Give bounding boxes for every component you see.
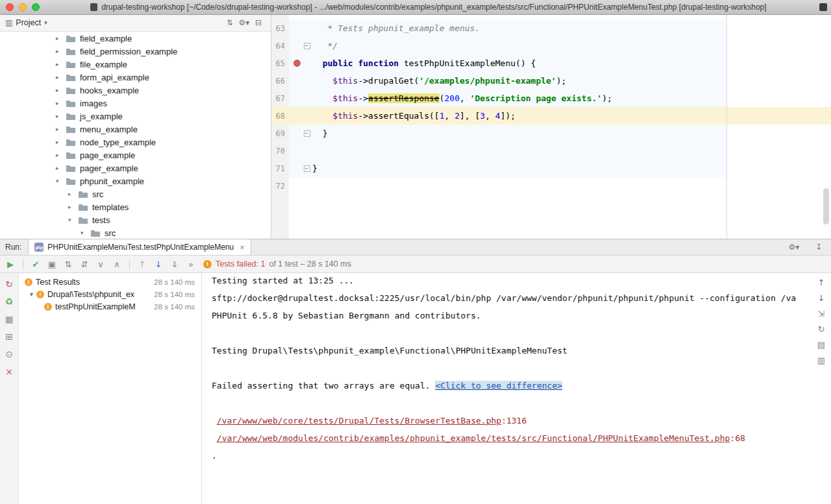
project-tree-item[interactable]: ▸field_example xyxy=(0,32,271,45)
chevron-right-icon[interactable]: ▸ xyxy=(56,113,66,119)
project-tree-item[interactable]: ▸hooks_example xyxy=(0,84,271,97)
collapse-all-button[interactable]: ∧ xyxy=(111,259,123,269)
chevron-right-icon[interactable]: ▸ xyxy=(68,204,78,210)
restore-layout-button[interactable]: ⊞ xyxy=(5,331,13,342)
line-number[interactable]: 65 xyxy=(271,59,289,68)
test-failed-gutter-icon[interactable] xyxy=(293,60,301,67)
project-tree-item[interactable]: ▸page_example xyxy=(0,149,271,162)
project-tree-item[interactable]: ▾phpunit_example xyxy=(0,174,271,187)
project-tree-item[interactable]: ▾src xyxy=(0,226,271,239)
more-actions-button[interactable]: » xyxy=(185,259,197,269)
line-number[interactable]: 64 xyxy=(271,42,289,51)
project-tree-item[interactable]: ▸pager_example xyxy=(0,162,271,174)
test-tree-item[interactable]: ▼!Drupal\Tests\phpunit_ex28 s 140 ms xyxy=(19,288,201,300)
tests-failed-text: Tests failed: 1 xyxy=(216,259,265,269)
hide-panel-icon[interactable]: ↧ xyxy=(812,243,826,252)
project-tree-item[interactable]: ▸src xyxy=(0,187,271,200)
fold-icon[interactable] xyxy=(304,165,310,172)
zoom-window-button[interactable] xyxy=(32,3,40,11)
close-button[interactable]: × xyxy=(5,366,13,377)
chevron-down-icon[interactable]: ▼ xyxy=(29,291,36,298)
sort-alphabetically-button[interactable]: ⇅ xyxy=(62,259,74,269)
code-text[interactable]: } xyxy=(312,128,327,138)
code-text[interactable]: } xyxy=(312,163,317,173)
test-tree-item[interactable]: !Test Results28 s 140 ms xyxy=(19,276,201,288)
line-number[interactable]: 70 xyxy=(271,147,289,156)
rerun-button[interactable]: ▶ xyxy=(5,259,16,269)
sort-by-duration-button[interactable]: ⇵ xyxy=(79,259,90,269)
line-number[interactable]: 71 xyxy=(271,164,289,173)
chevron-right-icon[interactable]: ▸ xyxy=(56,35,66,42)
fold-icon[interactable] xyxy=(304,43,310,49)
chevron-right-icon[interactable]: ▸ xyxy=(56,126,66,132)
line-number[interactable]: 72 xyxy=(271,182,289,191)
clear-all-button[interactable]: ▥ xyxy=(817,355,825,365)
chevron-down-icon[interactable]: ▾ xyxy=(81,230,90,236)
line-number[interactable]: 68 xyxy=(271,112,289,121)
line-number[interactable]: 66 xyxy=(271,77,289,86)
previous-failed-test-button[interactable]: ↑ xyxy=(136,259,148,269)
code-text[interactable]: public function testPhpUnitExampleMenu()… xyxy=(312,58,536,68)
chevron-right-icon[interactable]: ▸ xyxy=(56,139,66,145)
select-opened-file-icon[interactable]: ⇅ xyxy=(223,18,237,27)
history-button[interactable]: ↻ xyxy=(818,324,825,334)
close-tab-icon[interactable]: × xyxy=(240,243,245,252)
code-text[interactable]: $this->assertEquals([1, 2], [3, 4]); xyxy=(312,111,515,121)
chevron-right-icon[interactable]: ▸ xyxy=(56,74,66,80)
line-number[interactable]: 63 xyxy=(271,24,289,33)
show-ignored-button[interactable]: ▣ xyxy=(46,259,58,269)
editor-scrollbar[interactable] xyxy=(823,188,829,224)
project-tree-item[interactable]: ▸form_api_example xyxy=(0,71,271,84)
stop-button[interactable]: ■ xyxy=(5,314,13,324)
code-text[interactable]: * Tests phpunit_example menus. xyxy=(312,23,480,33)
project-tree-item[interactable]: ▸images xyxy=(0,97,271,110)
chevron-right-icon[interactable]: ▸ xyxy=(56,61,66,67)
settings-gear-icon[interactable]: ⚙▾ xyxy=(237,18,251,27)
export-test-results-button[interactable]: ⇲ xyxy=(818,309,825,318)
next-failed-test-button[interactable]: ↓ xyxy=(153,259,164,269)
up-the-stack-trace-button[interactable]: ↑ xyxy=(818,278,825,287)
diff-link[interactable]: <Click to see difference> xyxy=(435,381,562,390)
chevron-right-icon[interactable]: ▸ xyxy=(56,165,66,171)
minimize-window-button[interactable] xyxy=(19,3,27,11)
chevron-right-icon[interactable]: ▸ xyxy=(56,87,66,93)
console-output[interactable]: Testing started at 13:25 ...sftp://docke… xyxy=(203,273,831,504)
code-text[interactable]: */ xyxy=(312,41,338,51)
chevron-right-icon[interactable]: ▸ xyxy=(56,48,66,54)
chevron-down-icon[interactable]: ▾ xyxy=(44,19,47,26)
close-window-button[interactable] xyxy=(6,3,14,11)
toggle-auto-test-button[interactable]: ♻ xyxy=(5,296,14,307)
down-the-stack-trace-button[interactable]: ↓ xyxy=(818,293,825,303)
project-tree-item[interactable]: ▸field_permission_example xyxy=(0,45,271,58)
code-text[interactable]: $this->drupalGet('/examples/phpunit-exam… xyxy=(312,76,566,86)
settings-gear-icon[interactable]: ⚙▾ xyxy=(787,243,801,252)
hide-passed-button[interactable]: ✔ xyxy=(30,259,42,269)
line-number[interactable]: 67 xyxy=(271,94,289,103)
fold-icon[interactable] xyxy=(304,130,310,137)
file-link[interactable]: /var/www/web/core/tests/Drupal/Tests/Bro… xyxy=(217,416,501,426)
collapse-all-icon[interactable]: ⊟ xyxy=(251,18,266,27)
pin-tab-button[interactable]: ⊙ xyxy=(5,349,13,359)
code-text[interactable]: $this->assertResponse(200, 'Description … xyxy=(312,93,612,103)
chevron-down-icon[interactable]: ▾ xyxy=(56,178,66,184)
project-tree-item[interactable]: ▸menu_example xyxy=(0,123,271,136)
project-tree-item[interactable]: ▾tests xyxy=(0,213,271,226)
project-tree-item[interactable]: ▸templates xyxy=(0,200,271,213)
expand-all-button[interactable]: ∨ xyxy=(95,259,106,269)
chevron-right-icon[interactable]: ▸ xyxy=(56,152,66,158)
test-tree-item[interactable]: !testPhpUnitExampleM28 s 140 ms xyxy=(19,300,201,313)
chevron-right-icon[interactable]: ▸ xyxy=(68,191,78,197)
file-link[interactable]: /var/www/web/modules/contrib/examples/ph… xyxy=(217,433,730,443)
editor[interactable]: 63 * Tests phpunit_example menus.64 */65… xyxy=(271,14,831,239)
project-tree-item[interactable]: ▸node_type_example xyxy=(0,136,271,149)
line-number[interactable]: 69 xyxy=(271,129,289,138)
run-tab[interactable]: php PHPUnitExampleMenuTest.testPhpUnitEx… xyxy=(28,239,251,255)
project-tree-item[interactable]: ▸file_example xyxy=(0,58,271,71)
project-tree-item[interactable]: ▸js_example xyxy=(0,110,271,123)
print-button[interactable]: ▤ xyxy=(817,340,825,350)
import-test-results-button[interactable]: ⇓ xyxy=(169,259,180,269)
chevron-down-icon[interactable]: ▾ xyxy=(68,217,78,223)
rerun-failed-tests-button[interactable]: ↻ xyxy=(5,279,13,289)
chevron-right-icon[interactable]: ▸ xyxy=(56,100,66,106)
project-view-label[interactable]: Project xyxy=(16,18,41,27)
